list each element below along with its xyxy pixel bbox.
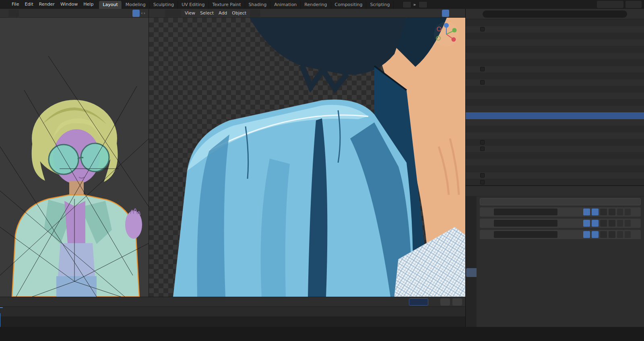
hide-in-viewport-toggle[interactable] <box>623 173 628 178</box>
modifier-render-toggle[interactable] <box>592 209 599 215</box>
disable-in-viewports-toggle[interactable] <box>630 27 635 32</box>
view-layer-selector[interactable] <box>625 1 642 8</box>
disable-in-viewports-toggle[interactable] <box>630 47 635 52</box>
properties-tab-material[interactable] <box>466 316 477 325</box>
hide-in-viewport-toggle[interactable] <box>623 140 628 145</box>
disable-in-viewports-toggle[interactable] <box>630 53 635 58</box>
shading-rendered-button[interactable] <box>442 10 449 17</box>
disable-in-viewports-toggle[interactable] <box>630 113 635 118</box>
new-view-layer-button[interactable] <box>635 2 639 6</box>
hide-in-viewport-toggle[interactable] <box>623 180 628 185</box>
hide-in-viewport-toggle[interactable] <box>623 126 628 132</box>
outliner-row-camera[interactable] <box>466 146 644 153</box>
menu-help[interactable]: Help <box>80 0 96 9</box>
properties-tab-constraints[interactable] <box>466 297 477 306</box>
import-button[interactable] <box>419 1 427 8</box>
disable-in-renders-toggle[interactable] <box>637 166 642 172</box>
outliner-row-hair[interactable] <box>466 66 644 73</box>
modifier-realtime-toggle[interactable] <box>583 220 590 227</box>
header-overflow-indicator[interactable]: ‹› <box>141 10 146 16</box>
move-modifier-up-button[interactable] <box>617 220 623 227</box>
disable-in-viewports-toggle[interactable] <box>630 106 635 112</box>
snap-toggle[interactable] <box>270 10 277 17</box>
disable-in-renders-toggle[interactable] <box>637 146 642 151</box>
disable-in-viewports-toggle[interactable] <box>630 80 635 85</box>
disable-in-viewports-toggle[interactable] <box>630 173 635 178</box>
hide-in-viewport-toggle[interactable] <box>623 73 628 79</box>
hide-in-viewport-toggle[interactable] <box>623 100 628 105</box>
modifier-realtime-toggle[interactable] <box>583 209 590 215</box>
expand-toggle-icon[interactable] <box>475 81 479 85</box>
outliner-row-skirt[interactable] <box>466 126 644 132</box>
outliner-row-cam-focus[interactable] <box>466 152 644 159</box>
shading-wireframe-button[interactable] <box>417 10 424 17</box>
hide-in-viewport-toggle[interactable] <box>623 47 628 52</box>
disable-in-renders-toggle[interactable] <box>637 53 642 58</box>
hide-in-viewport-toggle[interactable] <box>623 159 628 165</box>
expand-toggle-icon[interactable] <box>475 174 479 178</box>
main-viewport-canvas[interactable] <box>149 18 465 297</box>
move-modifier-down-button[interactable] <box>625 231 631 238</box>
move-modifier-up-button[interactable] <box>617 231 623 238</box>
disable-in-renders-toggle[interactable] <box>637 113 642 118</box>
properties-tab-object[interactable] <box>466 258 477 267</box>
object-visibility-dropdown[interactable] <box>383 10 390 17</box>
hide-in-viewport-toggle[interactable] <box>623 53 628 58</box>
outliner-row-camera-001[interactable] <box>466 165 644 172</box>
use-preview-range-toggle[interactable] <box>431 298 438 306</box>
editor-type-button[interactable] <box>3 298 10 306</box>
modifier-name-field[interactable] <box>494 220 557 227</box>
outliner-row-scene-collection[interactable] <box>466 19 644 26</box>
move-modifier-down-button[interactable] <box>625 220 631 227</box>
outliner-row-girl-render[interactable] <box>466 26 644 33</box>
properties-tab-object-data[interactable] <box>466 307 477 316</box>
move-modifier-down-button[interactable] <box>625 209 631 215</box>
properties-tab-physics[interactable] <box>466 287 477 296</box>
viewport-menu-view[interactable]: View <box>182 9 198 17</box>
disable-in-renders-toggle[interactable] <box>637 40 642 45</box>
disable-in-viewports-toggle[interactable] <box>630 73 635 79</box>
workspace-tab-rendering[interactable]: Rendering <box>301 1 331 9</box>
modifier-editmode-toggle[interactable] <box>600 231 607 238</box>
pivot-point-dropdown[interactable] <box>20 10 27 17</box>
outliner-row-camera-000[interactable] <box>466 159 644 166</box>
modifier-cage-toggle[interactable] <box>609 231 615 238</box>
pivot-point-dropdown[interactable] <box>262 10 269 17</box>
pin-icon[interactable] <box>634 188 641 195</box>
modifier-cage-toggle[interactable] <box>609 209 615 215</box>
outliner-search[interactable] <box>483 10 627 18</box>
disable-in-viewports-toggle[interactable] <box>630 153 635 158</box>
remove-modifier-button[interactable] <box>632 231 639 238</box>
disable-in-renders-toggle[interactable] <box>637 60 642 65</box>
expand-toggle-icon[interactable] <box>475 67 479 71</box>
filter-button[interactable] <box>629 10 636 18</box>
properties-tab-world[interactable] <box>466 249 477 258</box>
menu-window[interactable]: Window <box>58 0 80 9</box>
hide-in-viewport-toggle[interactable] <box>623 66 628 72</box>
workspace-tab-scripting[interactable]: Scripting <box>366 1 394 9</box>
disable-in-viewports-toggle[interactable] <box>630 140 635 145</box>
hide-in-viewport-toggle[interactable] <box>623 153 628 158</box>
outliner-row-zipper[interactable] <box>466 132 644 139</box>
hide-in-viewport-toggle[interactable] <box>623 166 628 172</box>
disable-in-renders-toggle[interactable] <box>637 180 642 185</box>
collection-checkbox[interactable] <box>480 173 485 178</box>
menu-edit[interactable]: Edit <box>22 0 36 9</box>
disable-in-renders-toggle[interactable] <box>637 140 642 145</box>
disable-in-renders-toggle[interactable] <box>637 120 642 125</box>
disable-in-renders-toggle[interactable] <box>637 153 642 158</box>
expand-toggle-icon[interactable] <box>475 140 479 144</box>
properties-tab-output[interactable] <box>466 220 477 229</box>
modifier-editmode-toggle[interactable] <box>600 209 607 215</box>
hide-in-viewport-toggle[interactable] <box>623 146 628 151</box>
editor-type-button[interactable] <box>468 10 475 18</box>
proportional-editing-toggle[interactable] <box>37 10 44 17</box>
unlink-scene-button[interactable] <box>617 2 621 6</box>
transform-orientation-dropdown[interactable] <box>8 10 19 17</box>
perspective-toggle-button[interactable] <box>454 85 461 92</box>
outliner-row-girl-rig[interactable] <box>466 172 644 179</box>
navigation-gizmo[interactable] <box>433 21 460 48</box>
main-3d-viewport[interactable]: ViewSelectAddObject <box>149 9 465 297</box>
disable-in-viewports-toggle[interactable] <box>630 33 635 39</box>
pan-tool-button[interactable] <box>454 62 461 69</box>
